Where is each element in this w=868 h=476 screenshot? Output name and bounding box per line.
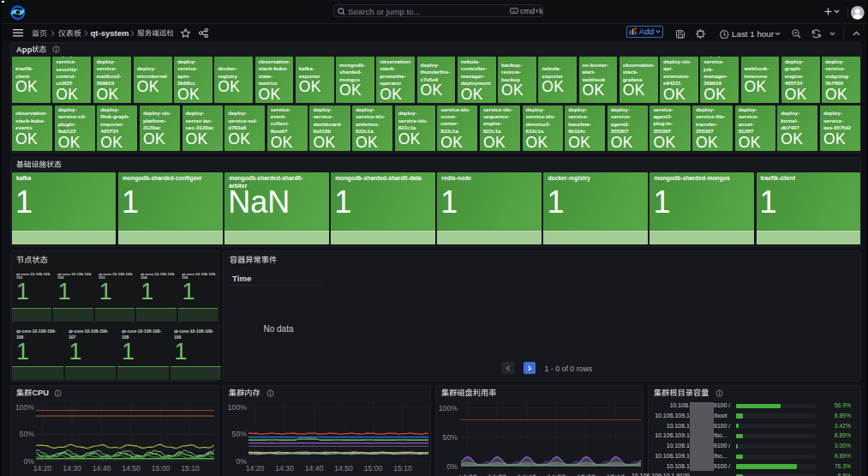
svg-text:14:40: 14:40: [517, 473, 536, 476]
svg-text:14:30: 14:30: [488, 473, 507, 476]
svg-text:14:20: 14:20: [461, 473, 477, 476]
svg-text:14:50: 14:50: [547, 473, 566, 476]
